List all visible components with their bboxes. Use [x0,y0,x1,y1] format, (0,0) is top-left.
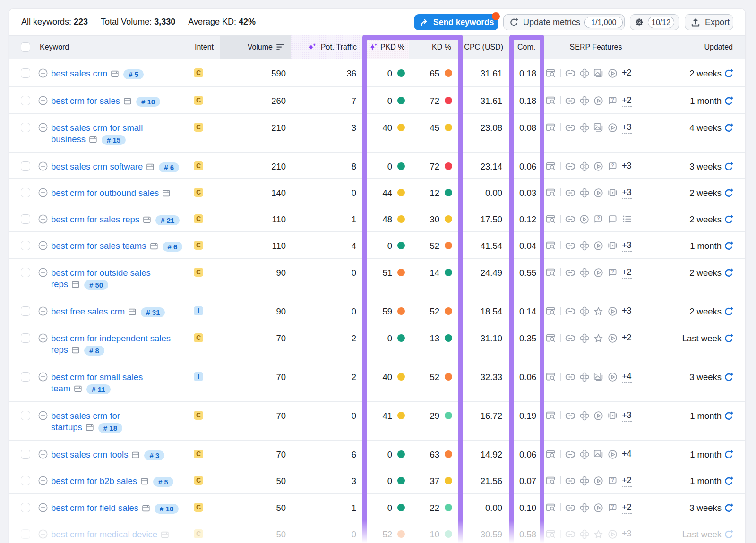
svg-text:?: ? [597,216,600,221]
svg-text:?: ? [611,97,614,102]
svg-text:?: ? [611,477,614,483]
svg-text:?: ? [611,269,614,274]
svg-text:?: ? [611,504,614,509]
svg-text:?: ? [611,163,614,168]
